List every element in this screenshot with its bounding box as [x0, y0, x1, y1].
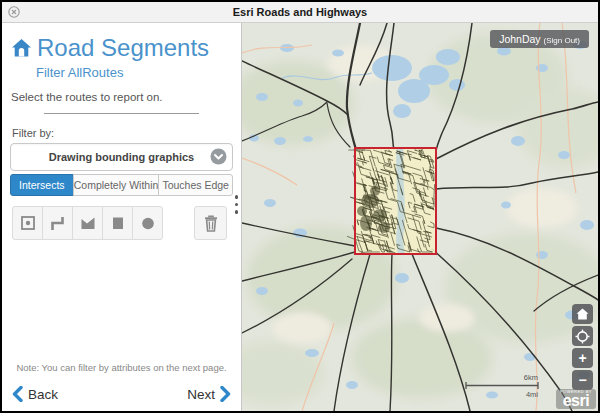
clear-graphics-button[interactable] — [194, 206, 227, 240]
draw-polyline-button[interactable] — [42, 206, 73, 240]
filter-allroutes-link[interactable]: Filter AllRoutes — [36, 65, 241, 80]
filter-method-dropdown[interactable]: Drawing bounding graphics — [10, 143, 233, 171]
map-canvas[interactable]: JohnDay (Sign Out) + − — [242, 23, 598, 411]
draw-rectangle-button[interactable] — [102, 206, 133, 240]
draw-toolbar — [10, 206, 233, 240]
draw-circle-button[interactable] — [132, 206, 163, 240]
back-button[interactable]: Back — [12, 386, 58, 402]
polygon-icon — [79, 214, 97, 232]
tab-intersects[interactable]: Intersects — [10, 174, 74, 196]
polyline-icon — [49, 214, 67, 232]
tab-completely-within[interactable]: Completely Within — [73, 174, 160, 196]
divider — [44, 113, 199, 114]
user-badge[interactable]: JohnDay (Sign Out) — [490, 30, 589, 48]
home-icon — [576, 308, 589, 320]
minus-icon: − — [578, 373, 586, 387]
back-label: Back — [28, 387, 58, 402]
esri-attribution: POWERED BY esri — [556, 389, 596, 409]
home-button[interactable] — [572, 304, 593, 324]
esri-logo: esri — [560, 393, 592, 409]
chevron-left-icon — [12, 386, 23, 402]
close-icon[interactable] — [8, 6, 20, 18]
panel-header: Road Segments — [11, 34, 233, 62]
plus-icon: + — [578, 351, 586, 365]
panel-drag-handle[interactable] — [235, 195, 239, 214]
home-widget-icon — [11, 38, 32, 58]
left-panel: Road Segments Filter AllRoutes Select th… — [2, 23, 242, 411]
zoom-in-button[interactable]: + — [572, 348, 593, 368]
username-label: JohnDay — [499, 33, 540, 45]
trash-icon — [202, 214, 220, 233]
locate-icon — [575, 329, 590, 344]
next-button[interactable]: Next — [187, 386, 231, 402]
draw-point-button[interactable] — [12, 206, 43, 240]
circle-icon — [139, 214, 157, 232]
draw-polygon-button[interactable] — [72, 206, 103, 240]
toolbar-spacer — [163, 206, 194, 240]
description-text: Select the routes to report on. — [11, 91, 233, 103]
spatial-filter-tabs: Intersects Completely Within Touches Edg… — [10, 174, 233, 196]
filter-by-label: Filter by: — [12, 127, 241, 139]
chevron-right-icon — [220, 386, 231, 402]
page-title: Road Segments — [37, 34, 209, 62]
next-label: Next — [187, 387, 215, 402]
locate-button[interactable] — [572, 326, 593, 346]
dropdown-selected-value: Drawing bounding graphics — [49, 151, 194, 163]
note-text: Note: You can filter by attributes on th… — [2, 362, 241, 373]
basemap-svg — [242, 23, 598, 411]
chevron-down-icon — [210, 148, 227, 165]
map-controls: + − — [572, 304, 593, 390]
app-window: Esri Roads and Highways Road Segments Fi… — [0, 0, 600, 413]
window-title: Esri Roads and Highways — [2, 6, 598, 18]
sign-out-link[interactable]: (Sign Out) — [544, 36, 580, 45]
point-icon — [19, 214, 37, 232]
tab-touches-edge[interactable]: Touches Edge — [158, 174, 233, 196]
zoom-out-button[interactable]: − — [572, 370, 593, 390]
wizard-nav: Back Next — [12, 386, 231, 402]
window-titlebar: Esri Roads and Highways — [2, 2, 598, 23]
rectangle-icon — [109, 214, 127, 232]
